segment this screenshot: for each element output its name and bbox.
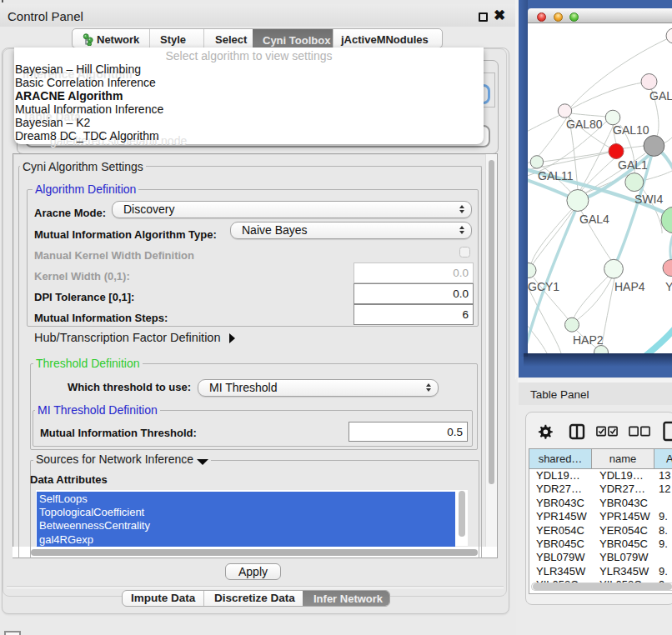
svg-text:Y: Y — [665, 280, 672, 293]
svg-text:SWI4: SWI4 — [634, 192, 663, 206]
svg-text:GAL1: GAL1 — [618, 158, 648, 172]
svg-text:GAL4: GAL4 — [579, 212, 609, 226]
svg-text:HAP4: HAP4 — [614, 280, 645, 293]
svg-text:GAL: GAL — [649, 89, 672, 102]
svg-text:HAP2: HAP2 — [573, 333, 604, 347]
svg-text:GAL80: GAL80 — [566, 118, 603, 131]
svg-text:GAL10: GAL10 — [613, 123, 649, 137]
svg-text:GCY1: GCY1 — [528, 280, 559, 293]
svg-text:GAL11: GAL11 — [538, 169, 574, 182]
